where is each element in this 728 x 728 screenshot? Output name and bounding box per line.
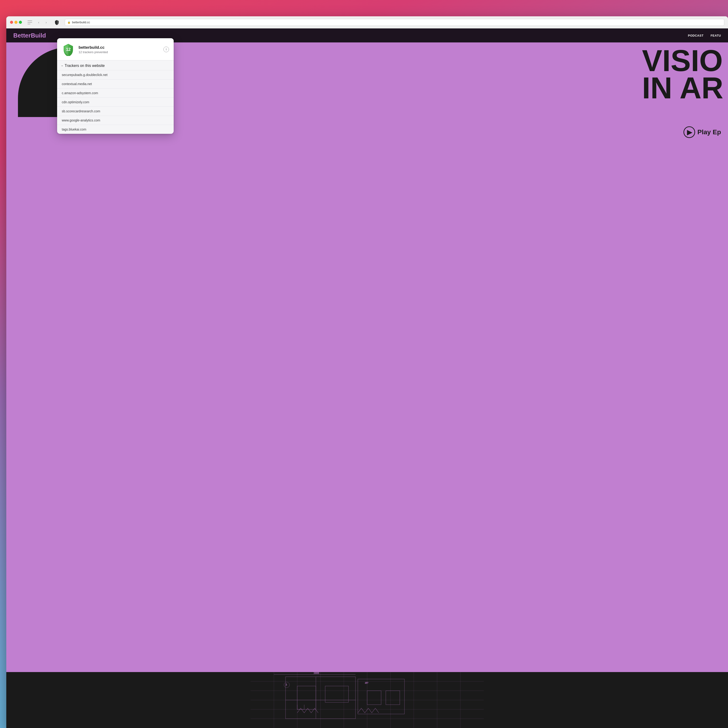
shield-badge: 12 — [62, 43, 75, 56]
tracker-item: cdn.optimizely.com — [57, 98, 174, 107]
shield-privacy-button[interactable] — [54, 19, 60, 26]
popup-domain: betterbuild.cc — [78, 45, 160, 50]
tracker-item: sb.scorecardresearch.com — [57, 107, 174, 116]
lock-icon: 🔒 — [67, 21, 70, 24]
chevron-icon: › — [61, 65, 64, 66]
forward-button[interactable]: › — [43, 20, 49, 25]
traffic-lights — [10, 21, 22, 24]
popup-header: 12 betterbuild.cc 12 trackers prevented … — [57, 38, 174, 60]
trackers-section-header[interactable]: › Trackers on this website — [57, 60, 174, 70]
url-text: betterbuild.cc — [72, 20, 90, 24]
tracker-item: www.google-analytics.com — [57, 116, 174, 125]
popup-site-info: betterbuild.cc 12 trackers prevented — [78, 45, 160, 54]
back-button[interactable]: ‹ — [36, 20, 41, 25]
browser-toolbar: ‹ › 🔒 betterbuild.cc — [6, 16, 252, 28]
tracker-list: securepubads.g.doubleclick.net contextua… — [57, 70, 174, 134]
minimize-button[interactable] — [14, 21, 17, 24]
sidebar-toggle-button[interactable] — [28, 20, 32, 24]
tracker-item: c.amazon-adsystem.com — [57, 88, 174, 98]
maximize-button[interactable] — [19, 21, 22, 24]
nav-buttons: ‹ › — [36, 20, 49, 25]
popup-trackers-count: 12 trackers prevented — [78, 50, 160, 54]
svg-text:12: 12 — [66, 47, 70, 52]
info-button[interactable]: i — [164, 47, 169, 52]
popup-body[interactable]: › Trackers on this website securepubads.… — [57, 60, 174, 134]
privacy-popup: 12 betterbuild.cc 12 trackers prevented … — [57, 38, 174, 134]
browser-content: BetterBuild PODCAST FEATU VISIO IN AR ▶ … — [6, 28, 252, 252]
trackers-section-title: Trackers on this website — [64, 64, 105, 68]
tracker-item: contextual.media.net — [57, 79, 174, 88]
tracker-item: securepubads.g.doubleclick.net — [57, 70, 174, 79]
browser-window: ‹ › 🔒 betterbuild.cc BetterBuild PODCAST… — [6, 16, 252, 252]
tracker-item: tags.bluekai.com — [57, 125, 174, 134]
site-logo: BetterBuild — [13, 32, 46, 39]
close-button[interactable] — [10, 21, 13, 24]
address-bar[interactable]: 🔒 betterbuild.cc — [65, 19, 252, 26]
